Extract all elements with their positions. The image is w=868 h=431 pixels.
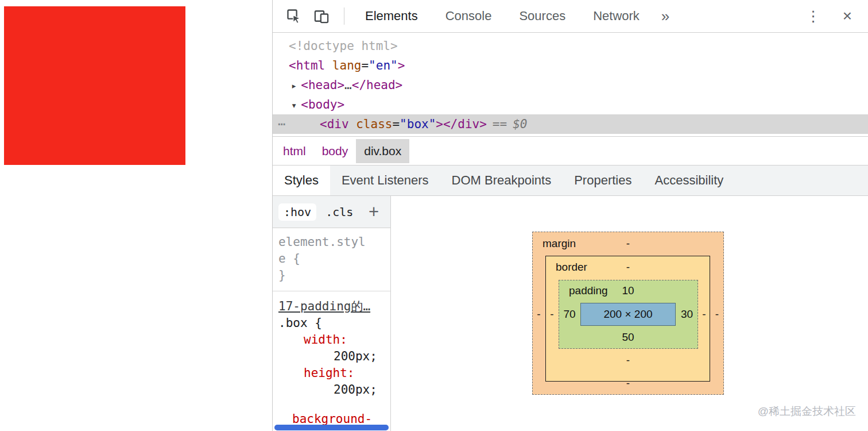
border-right-value[interactable]: - <box>698 308 710 321</box>
tab-console[interactable]: Console <box>432 0 506 32</box>
margin-left-value[interactable]: - <box>532 308 545 321</box>
box-model-diagram: 200 × 200 margin - border - padding 10 -… <box>532 232 724 395</box>
devtools-panel: Elements Console Sources Network » ⋮ × <… <box>272 0 868 431</box>
margin-right-value[interactable]: - <box>710 308 724 321</box>
toolbar-separator <box>344 7 344 25</box>
tag-open-token: <body> <box>301 98 344 111</box>
horizontal-scrollbar-thumb[interactable] <box>274 425 389 430</box>
sidebar-tabbar: Styles Event Listeners DOM Breakpoints P… <box>273 165 868 196</box>
tab-styles[interactable]: Styles <box>273 166 330 195</box>
padding-top-value[interactable]: 10 <box>532 284 724 297</box>
box-rule-section: 17-padding的… .box { width: 200px; height… <box>273 291 390 428</box>
panel-tabs: Elements Console Sources Network <box>351 0 653 32</box>
tag-close-token: </head> <box>352 78 403 92</box>
property-name[interactable]: width: <box>304 333 347 347</box>
dom-line-doctype[interactable]: <!doctype html> <box>273 36 868 56</box>
ellipsis-token: … <box>344 78 352 92</box>
devtools-toolbar: Elements Console Sources Network » ⋮ × <box>273 0 868 33</box>
property-name[interactable]: background- <box>292 412 372 426</box>
more-actions-dots-icon[interactable]: ⋯ <box>278 114 286 134</box>
property-name[interactable]: height: <box>304 366 355 380</box>
tab-event-listeners[interactable]: Event Listeners <box>330 166 440 195</box>
attr-value-token: "en" <box>369 59 398 72</box>
declaration-width[interactable]: width: 200px; <box>278 332 385 365</box>
property-value[interactable]: 200px; <box>334 383 377 397</box>
dom-line-body[interactable]: ▾<body> <box>273 95 868 114</box>
box-model-area: 200 × 200 margin - border - padding 10 -… <box>391 196 868 431</box>
tab-elements[interactable]: Elements <box>351 0 432 32</box>
dom-line-head[interactable]: ▸<head>…</head> <box>273 75 868 95</box>
dollar-zero-token: $0 <box>513 117 527 131</box>
breadcrumb: html body div.box <box>273 136 868 165</box>
dom-line-div-box-selected[interactable]: ⋯<div class="box"></div>==$0 <box>273 114 868 134</box>
menu-icon[interactable]: ⋮ <box>806 7 821 25</box>
element-style-section[interactable]: element.style {} <box>273 228 390 291</box>
tag-open-token: <html <box>289 59 332 72</box>
element-style-header: element.style { <box>278 234 370 267</box>
close-icon[interactable]: × <box>843 7 852 25</box>
breadcrumb-div-box[interactable]: div.box <box>356 139 409 163</box>
border-bottom-value[interactable]: - <box>532 354 724 367</box>
toolbar-right: ⋮ × <box>806 7 852 25</box>
breadcrumb-html[interactable]: html <box>275 139 314 163</box>
inspect-icon[interactable] <box>284 6 304 26</box>
double-equals-token: == <box>493 117 507 131</box>
class-toggle[interactable]: .cls <box>326 205 353 219</box>
property-value[interactable]: 200px; <box>334 349 377 363</box>
styles-filter-bar: :hov .cls + <box>273 196 390 228</box>
equals-token: = <box>361 59 369 72</box>
device-toolbar-icon[interactable] <box>312 6 331 26</box>
tag-open-token: <head> <box>301 78 344 92</box>
tag-close-token: > <box>398 59 405 72</box>
padding-right-value[interactable]: 30 <box>676 308 698 321</box>
element-style-close-brace: } <box>278 267 370 284</box>
pseudo-state-toggle[interactable]: :hov <box>278 203 316 221</box>
page-viewport <box>0 0 272 431</box>
dom-tree: <!doctype html> <html lang="en"> ▸<head>… <box>273 33 868 136</box>
expand-arrow-icon[interactable]: ▸ <box>291 80 297 91</box>
screen: Elements Console Sources Network » ⋮ × <… <box>0 0 868 431</box>
doctype-token: <!doctype html> <box>289 39 398 53</box>
tag-close-token: ></div> <box>436 117 487 131</box>
border-left-value[interactable]: - <box>545 308 559 321</box>
elements-sidebar-content: :hov .cls + element.style {} 17-padding的… <box>273 196 868 431</box>
breadcrumb-body[interactable]: body <box>314 139 356 163</box>
tab-dom-breakpoints[interactable]: DOM Breakpoints <box>440 166 563 195</box>
dom-line-html[interactable]: <html lang="en"> <box>273 56 868 75</box>
attr-value-token: "box" <box>400 117 436 131</box>
margin-top-value[interactable]: - <box>532 237 724 250</box>
tab-properties[interactable]: Properties <box>563 166 643 195</box>
new-style-rule-plus-icon[interactable]: + <box>369 203 379 221</box>
equals-token: = <box>392 117 400 131</box>
tag-open-token: <div <box>320 117 356 131</box>
tab-accessibility[interactable]: Accessibility <box>643 166 735 195</box>
margin-bottom-value[interactable]: - <box>532 377 724 390</box>
watermark: @稀土掘金技术社区 <box>758 404 856 419</box>
padding-left-value[interactable]: 70 <box>559 308 580 321</box>
box-model-content[interactable]: 200 × 200 <box>580 303 676 326</box>
border-top-value[interactable]: - <box>532 261 724 274</box>
declaration-height[interactable]: height: 200px; <box>278 365 385 398</box>
stylesheet-source-link[interactable]: 17-padding的… <box>278 298 385 315</box>
tab-network[interactable]: Network <box>579 0 653 32</box>
rule-selector[interactable]: .box { <box>278 315 385 332</box>
page-red-box <box>4 6 185 165</box>
padding-bottom-value[interactable]: 50 <box>532 331 724 344</box>
styles-pane: :hov .cls + element.style {} 17-padding的… <box>273 196 391 431</box>
attr-name-token: class <box>356 117 392 131</box>
more-tabs-icon[interactable]: » <box>661 7 669 25</box>
attr-name-token: lang <box>332 59 362 72</box>
tab-sources[interactable]: Sources <box>505 0 579 32</box>
collapse-arrow-icon[interactable]: ▾ <box>291 99 297 111</box>
